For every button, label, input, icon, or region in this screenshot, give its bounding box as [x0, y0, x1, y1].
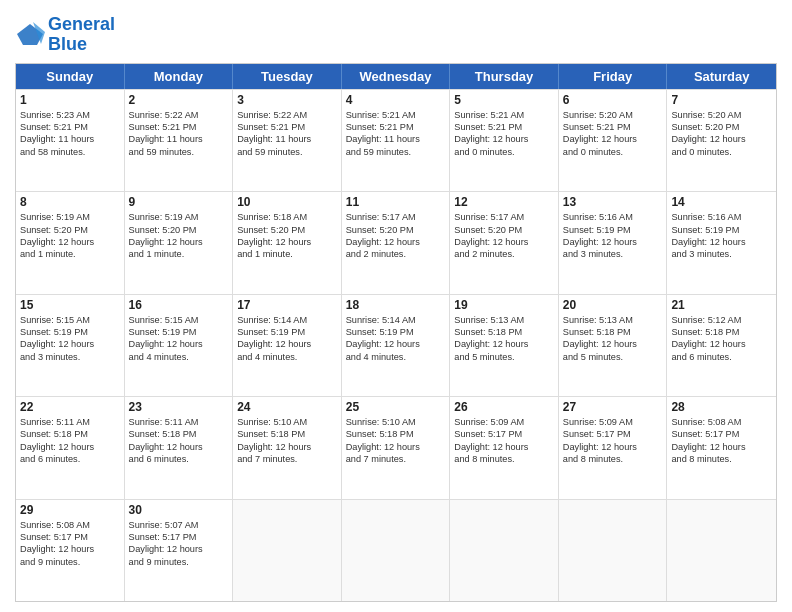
sunrise-line: Sunrise: 5:22 AM [237, 109, 337, 121]
cal-cell [233, 500, 342, 601]
sunrise-line: Sunrise: 5:20 AM [671, 109, 772, 121]
day-number: 26 [454, 400, 554, 414]
daylight-line1: Daylight: 11 hours [20, 133, 120, 145]
day-number: 9 [129, 195, 229, 209]
sunrise-line: Sunrise: 5:14 AM [237, 314, 337, 326]
cal-cell: 28Sunrise: 5:08 AMSunset: 5:17 PMDayligh… [667, 397, 776, 498]
day-number: 27 [563, 400, 663, 414]
sunrise-line: Sunrise: 5:14 AM [346, 314, 446, 326]
daylight-line2: and 2 minutes. [454, 248, 554, 260]
daylight-line1: Daylight: 12 hours [129, 338, 229, 350]
daylight-line2: and 5 minutes. [563, 351, 663, 363]
header-day-tuesday: Tuesday [233, 64, 342, 89]
daylight-line1: Daylight: 12 hours [20, 441, 120, 453]
cal-cell: 29Sunrise: 5:08 AMSunset: 5:17 PMDayligh… [16, 500, 125, 601]
cal-week-4: 22Sunrise: 5:11 AMSunset: 5:18 PMDayligh… [16, 396, 776, 498]
day-number: 1 [20, 93, 120, 107]
daylight-line1: Daylight: 12 hours [129, 543, 229, 555]
daylight-line1: Daylight: 12 hours [563, 338, 663, 350]
cal-cell [342, 500, 451, 601]
cal-cell: 11Sunrise: 5:17 AMSunset: 5:20 PMDayligh… [342, 192, 451, 293]
calendar-body: 1Sunrise: 5:23 AMSunset: 5:21 PMDaylight… [16, 89, 776, 601]
cal-cell: 25Sunrise: 5:10 AMSunset: 5:18 PMDayligh… [342, 397, 451, 498]
header-day-sunday: Sunday [16, 64, 125, 89]
sunrise-line: Sunrise: 5:12 AM [671, 314, 772, 326]
daylight-line1: Daylight: 12 hours [20, 236, 120, 248]
cal-cell: 26Sunrise: 5:09 AMSunset: 5:17 PMDayligh… [450, 397, 559, 498]
sunrise-line: Sunrise: 5:17 AM [454, 211, 554, 223]
day-number: 10 [237, 195, 337, 209]
sunrise-line: Sunrise: 5:19 AM [20, 211, 120, 223]
sunset-line: Sunset: 5:18 PM [129, 428, 229, 440]
sunset-line: Sunset: 5:20 PM [454, 224, 554, 236]
cal-cell: 2Sunrise: 5:22 AMSunset: 5:21 PMDaylight… [125, 90, 234, 191]
header-day-saturday: Saturday [667, 64, 776, 89]
cal-cell: 12Sunrise: 5:17 AMSunset: 5:20 PMDayligh… [450, 192, 559, 293]
sunset-line: Sunset: 5:18 PM [563, 326, 663, 338]
logo: General Blue [15, 15, 115, 55]
cal-cell: 15Sunrise: 5:15 AMSunset: 5:19 PMDayligh… [16, 295, 125, 396]
cal-cell: 10Sunrise: 5:18 AMSunset: 5:20 PMDayligh… [233, 192, 342, 293]
cal-week-1: 1Sunrise: 5:23 AMSunset: 5:21 PMDaylight… [16, 89, 776, 191]
sunrise-line: Sunrise: 5:23 AM [20, 109, 120, 121]
cal-cell: 1Sunrise: 5:23 AMSunset: 5:21 PMDaylight… [16, 90, 125, 191]
cal-cell: 21Sunrise: 5:12 AMSunset: 5:18 PMDayligh… [667, 295, 776, 396]
daylight-line1: Daylight: 12 hours [563, 441, 663, 453]
daylight-line1: Daylight: 12 hours [237, 236, 337, 248]
daylight-line2: and 9 minutes. [20, 556, 120, 568]
sunrise-line: Sunrise: 5:13 AM [563, 314, 663, 326]
daylight-line2: and 2 minutes. [346, 248, 446, 260]
sunrise-line: Sunrise: 5:22 AM [129, 109, 229, 121]
daylight-line2: and 6 minutes. [20, 453, 120, 465]
sunrise-line: Sunrise: 5:16 AM [671, 211, 772, 223]
sunset-line: Sunset: 5:21 PM [563, 121, 663, 133]
cal-cell: 16Sunrise: 5:15 AMSunset: 5:19 PMDayligh… [125, 295, 234, 396]
sunrise-line: Sunrise: 5:08 AM [671, 416, 772, 428]
sunset-line: Sunset: 5:19 PM [20, 326, 120, 338]
cal-cell: 27Sunrise: 5:09 AMSunset: 5:17 PMDayligh… [559, 397, 668, 498]
daylight-line2: and 6 minutes. [671, 351, 772, 363]
sunset-line: Sunset: 5:17 PM [20, 531, 120, 543]
daylight-line2: and 1 minute. [129, 248, 229, 260]
daylight-line2: and 4 minutes. [346, 351, 446, 363]
day-number: 30 [129, 503, 229, 517]
logo-blue: Blue [48, 34, 87, 54]
cal-cell [667, 500, 776, 601]
header-day-friday: Friday [559, 64, 668, 89]
sunset-line: Sunset: 5:17 PM [671, 428, 772, 440]
daylight-line1: Daylight: 11 hours [237, 133, 337, 145]
sunset-line: Sunset: 5:21 PM [237, 121, 337, 133]
sunset-line: Sunset: 5:21 PM [129, 121, 229, 133]
cal-cell: 7Sunrise: 5:20 AMSunset: 5:20 PMDaylight… [667, 90, 776, 191]
daylight-line2: and 4 minutes. [129, 351, 229, 363]
daylight-line1: Daylight: 12 hours [454, 338, 554, 350]
cal-week-5: 29Sunrise: 5:08 AMSunset: 5:17 PMDayligh… [16, 499, 776, 601]
daylight-line1: Daylight: 12 hours [671, 338, 772, 350]
daylight-line1: Daylight: 12 hours [346, 236, 446, 248]
cal-cell: 18Sunrise: 5:14 AMSunset: 5:19 PMDayligh… [342, 295, 451, 396]
calendar-header: SundayMondayTuesdayWednesdayThursdayFrid… [16, 64, 776, 89]
cal-cell: 22Sunrise: 5:11 AMSunset: 5:18 PMDayligh… [16, 397, 125, 498]
sunset-line: Sunset: 5:18 PM [20, 428, 120, 440]
daylight-line2: and 7 minutes. [237, 453, 337, 465]
sunset-line: Sunset: 5:21 PM [454, 121, 554, 133]
cal-cell: 19Sunrise: 5:13 AMSunset: 5:18 PMDayligh… [450, 295, 559, 396]
daylight-line1: Daylight: 12 hours [346, 441, 446, 453]
day-number: 2 [129, 93, 229, 107]
daylight-line1: Daylight: 12 hours [454, 133, 554, 145]
cal-cell: 8Sunrise: 5:19 AMSunset: 5:20 PMDaylight… [16, 192, 125, 293]
day-number: 19 [454, 298, 554, 312]
cal-cell: 24Sunrise: 5:10 AMSunset: 5:18 PMDayligh… [233, 397, 342, 498]
day-number: 12 [454, 195, 554, 209]
daylight-line2: and 59 minutes. [237, 146, 337, 158]
logo-text: General Blue [48, 15, 115, 55]
daylight-line1: Daylight: 12 hours [563, 133, 663, 145]
day-number: 11 [346, 195, 446, 209]
sunrise-line: Sunrise: 5:11 AM [20, 416, 120, 428]
header-day-monday: Monday [125, 64, 234, 89]
daylight-line2: and 58 minutes. [20, 146, 120, 158]
sunset-line: Sunset: 5:18 PM [346, 428, 446, 440]
sunset-line: Sunset: 5:19 PM [563, 224, 663, 236]
sunset-line: Sunset: 5:17 PM [129, 531, 229, 543]
daylight-line1: Daylight: 12 hours [671, 236, 772, 248]
